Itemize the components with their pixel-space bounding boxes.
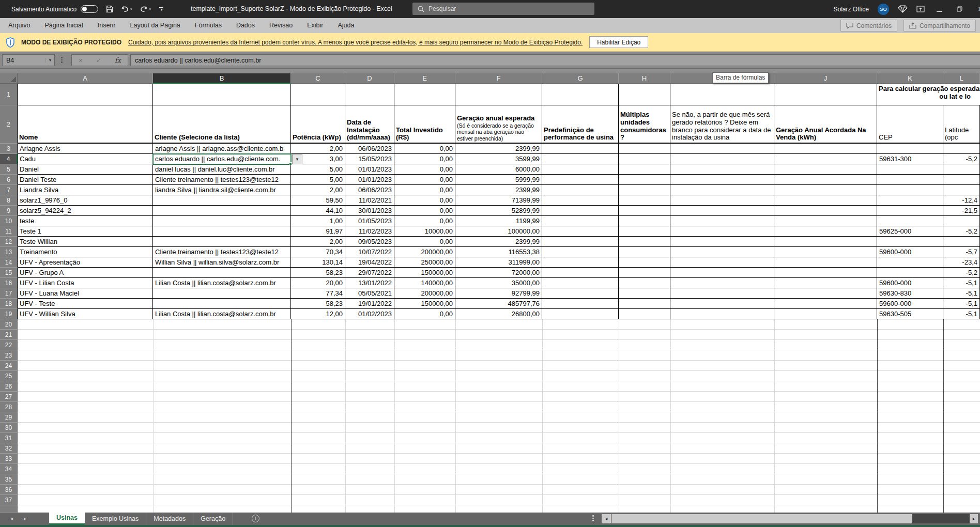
cell-B10[interactable] [153,216,291,226]
cell-K11[interactable]: 59625-000 [877,226,943,237]
cell-K7[interactable] [877,185,943,195]
cell-E18[interactable]: 150000,00 [394,299,455,309]
cell-I16[interactable] [670,278,774,288]
cell-D2[interactable]: Data de Instalação (dd/mm/aaaa) [345,105,394,144]
row-header-33[interactable]: 33 [0,454,18,464]
cell-D5[interactable]: 01/01/2023 [345,164,394,175]
cell-F2[interactable]: Geração anual esperada(Só é considerado … [455,105,542,144]
cell-K6[interactable] [877,175,943,185]
cell-A3[interactable]: Ariagne Assis [18,144,153,154]
cell-A1[interactable] [18,84,153,105]
cell-L4[interactable]: -5,2 [943,154,980,164]
cell-K9[interactable] [877,206,943,216]
cell-J6[interactable] [774,175,877,185]
column-header-J[interactable]: J [774,73,877,84]
tabbar-handle[interactable] [592,515,594,521]
undo-button[interactable]: ▾ [120,6,132,13]
cell-K3[interactable] [877,144,943,154]
cell-E1[interactable] [394,84,455,105]
cell-G19[interactable] [542,309,619,319]
minimize-button[interactable] [933,5,945,13]
cell-E14[interactable]: 250000,00 [394,257,455,268]
formula-input[interactable]: carlos eduardo || carlos.edu@cliente.com… [130,54,980,66]
cell-F7[interactable]: 2399,99 [455,185,542,195]
column-header-C[interactable]: C [291,73,345,84]
cell-L5[interactable] [943,164,980,175]
cell-B13[interactable]: Cliente treinamento || testes123@teste12 [153,247,291,257]
row-header-2[interactable]: 2 [0,105,18,144]
cell-G8[interactable] [542,195,619,206]
cell-H17[interactable] [619,288,670,299]
cell-F4[interactable]: 3599,99 [455,154,542,164]
row-header-18[interactable]: 18 [0,299,18,309]
cell-E3[interactable]: 0,00 [394,144,455,154]
cell-I19[interactable] [670,309,774,319]
cell-L9[interactable]: -21,5 [943,206,980,216]
cell-A16[interactable]: UFV - Lilian Costa [18,278,153,288]
cell-J13[interactable] [774,247,877,257]
cell-I7[interactable] [670,185,774,195]
cell-J2[interactable]: Geração Anual Acordada Na Venda (kWh) [774,105,877,144]
cell-I6[interactable] [670,175,774,185]
cell-C7[interactable]: 2,00 [291,185,345,195]
cell-D15[interactable]: 29/07/2022 [345,268,394,278]
cell-F17[interactable]: 92799,99 [455,288,542,299]
cell-G16[interactable] [542,278,619,288]
row-header-24[interactable]: 24 [0,361,18,371]
customize-quick-access-button[interactable]: ▾ [159,7,163,11]
cell-A10[interactable]: teste [18,216,153,226]
cell-G6[interactable] [542,175,619,185]
cell-B8[interactable] [153,195,291,206]
row-header-17[interactable]: 17 [0,288,18,299]
cell-I10[interactable] [670,216,774,226]
cell-E16[interactable]: 140000,00 [394,278,455,288]
cell-E5[interactable]: 0,00 [394,164,455,175]
horizontal-scrollbar[interactable]: ◂ ▸ [602,514,978,523]
cell-E7[interactable]: 0,00 [394,185,455,195]
cell-E13[interactable]: 200000,00 [394,247,455,257]
column-header-D[interactable]: D [345,73,394,84]
sheet-tab-geracao[interactable]: Geração [193,513,233,525]
column-header-E[interactable]: E [394,73,455,84]
row-header-9[interactable]: 9 [0,206,18,216]
account-name[interactable]: Solarz Office [834,6,869,13]
cell-B2[interactable]: Cliente (Selecione da lista) [153,105,291,144]
share-button[interactable]: Compartilhamento [904,20,976,32]
cell-B15[interactable] [153,268,291,278]
cell-D6[interactable]: 01/01/2023 [345,175,394,185]
cell-B9[interactable] [153,206,291,216]
cell-C16[interactable]: 20,00 [291,278,345,288]
cell-I12[interactable] [670,237,774,247]
row-header-29[interactable]: 29 [0,412,18,423]
cell-D1[interactable] [345,84,394,105]
cell-L19[interactable]: -5,1 [943,309,980,319]
cell-C5[interactable]: 5,00 [291,164,345,175]
cell-I5[interactable] [670,164,774,175]
cell-A11[interactable]: Teste 1 [18,226,153,237]
cell-H18[interactable] [619,299,670,309]
enable-editing-button[interactable]: Habilitar Edição [589,36,648,48]
cell-J11[interactable] [774,226,877,237]
cell-F10[interactable]: 1199,99 [455,216,542,226]
cell-J16[interactable] [774,278,877,288]
cell-D12[interactable]: 09/05/2023 [345,237,394,247]
cell-J7[interactable] [774,185,877,195]
cell-F19[interactable]: 26800,00 [455,309,542,319]
cell-J10[interactable] [774,216,877,226]
cell-I8[interactable] [670,195,774,206]
row-header-31[interactable]: 31 [0,433,18,443]
cell-D8[interactable]: 11/02/2021 [345,195,394,206]
cell-C17[interactable]: 77,34 [291,288,345,299]
cell-E11[interactable]: 10000,00 [394,226,455,237]
cell-H1[interactable] [619,84,670,105]
cell-F13[interactable]: 116553,38 [455,247,542,257]
cell-D18[interactable]: 19/01/2022 [345,299,394,309]
cell-G18[interactable] [542,299,619,309]
cell-F12[interactable]: 2399,99 [455,237,542,247]
cell-G11[interactable] [542,226,619,237]
comments-button[interactable]: Comentários [840,20,897,32]
row-header-3[interactable]: 3 [0,144,18,154]
cell-F8[interactable]: 71399,99 [455,195,542,206]
ribbon-tab-formulas[interactable]: Fórmulas [188,18,229,33]
cell-H5[interactable] [619,164,670,175]
